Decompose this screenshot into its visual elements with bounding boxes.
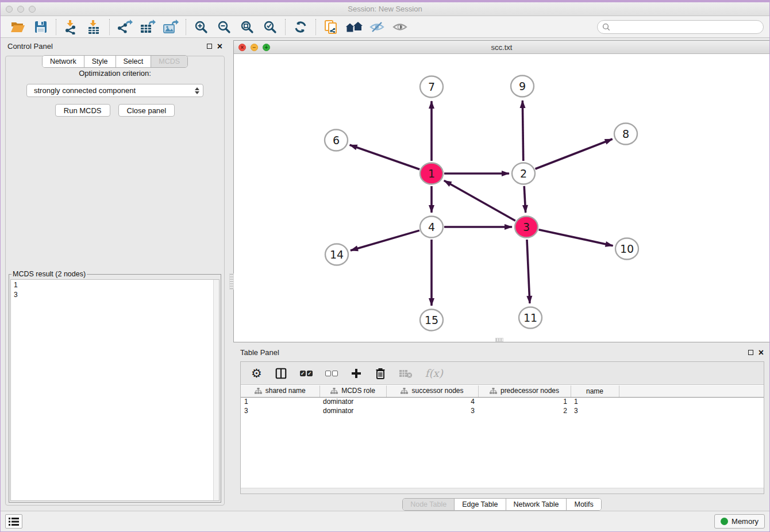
add-icon[interactable]: [351, 368, 362, 379]
edge-2-9[interactable]: [522, 101, 523, 161]
network-minimize-icon[interactable]: −: [251, 44, 258, 51]
export-image-button[interactable]: [159, 18, 182, 36]
hierarchy-icon: [330, 388, 338, 394]
cell-successor-nodes[interactable]: 4: [386, 397, 478, 406]
search-icon: [602, 23, 610, 31]
edge-3-11[interactable]: [527, 240, 530, 303]
cell-predecessor-nodes[interactable]: 1: [478, 397, 571, 406]
cell-name[interactable]: 3: [571, 406, 619, 415]
tab-style[interactable]: Style: [84, 56, 116, 67]
column-header-name[interactable]: name: [571, 385, 619, 397]
mcds-result-group: MCDS result (2 nodes) 1 3: [9, 270, 221, 503]
control-panel: Control Panel × NetworkStyleSelectMCDS O…: [1, 38, 229, 514]
hierarchy-icon: [401, 388, 408, 394]
duplicate-network-icon: [324, 20, 338, 34]
column-header-shared-name[interactable]: shared name: [241, 385, 319, 397]
macos-titlebar: Session: New Session: [1, 2, 769, 16]
search-field[interactable]: [597, 20, 764, 34]
node-label-6: 6: [333, 134, 340, 147]
network-canvas[interactable]: 7968124314101511: [234, 54, 769, 342]
network-window-titlebar[interactable]: scc.txt × − +: [234, 41, 769, 54]
zoom-selected-button[interactable]: [259, 18, 282, 36]
trash-icon[interactable]: [375, 367, 386, 380]
zoom-in-button[interactable]: [190, 18, 213, 36]
tab-edge-table[interactable]: Edge Table: [454, 499, 505, 510]
edge-3-1[interactable]: [444, 180, 515, 221]
export-network-icon: [117, 20, 133, 34]
node-label-2: 2: [520, 167, 527, 180]
tab-network-table[interactable]: Network Table: [506, 499, 567, 510]
task-history-button[interactable]: [5, 514, 22, 529]
node-label-4: 4: [428, 221, 435, 233]
network-view-window: scc.txt × − + 7968124314101511: [233, 40, 770, 342]
edge-1-6[interactable]: [350, 145, 420, 169]
tab-select[interactable]: Select: [116, 56, 151, 67]
import-network-button[interactable]: [60, 18, 83, 36]
cell-name[interactable]: 1: [571, 397, 619, 406]
show-all-button[interactable]: [388, 18, 411, 36]
deselect-all-icon[interactable]: [325, 371, 338, 376]
table-row[interactable]: 1dominator411: [241, 397, 764, 406]
hierarchy-icon: [490, 388, 497, 394]
edge-3-10[interactable]: [538, 230, 613, 246]
edge-2-3[interactable]: [524, 186, 525, 213]
column-header-predecessor-nodes[interactable]: predecessor nodes: [478, 385, 571, 397]
cell-MCDS-role[interactable]: dominator: [319, 397, 386, 406]
optimization-label: Optimization criterion:: [6, 69, 224, 78]
duplicate-network-button[interactable]: [319, 18, 342, 36]
horizontal-splitter-handle[interactable]: [495, 338, 503, 342]
close-panel-icon[interactable]: ×: [217, 44, 222, 49]
optimization-dropdown[interactable]: strongly connected component: [26, 84, 203, 97]
import-table-button[interactable]: [83, 18, 106, 36]
export-table-button[interactable]: [136, 18, 159, 36]
session-title: Session: New Session: [1, 5, 769, 13]
application-window: Session: New Session: [0, 0, 770, 532]
cell-predecessor-nodes[interactable]: 2: [478, 406, 571, 415]
cell-shared-name[interactable]: 1: [241, 397, 319, 406]
zoom-out-button[interactable]: [213, 18, 236, 36]
tab-mcds[interactable]: MCDS: [151, 56, 187, 67]
table-row[interactable]: 3dominator323: [241, 406, 764, 415]
hide-selected-button[interactable]: [365, 18, 388, 36]
run-mcds-button[interactable]: Run MCDS: [55, 104, 110, 117]
node-label-7: 7: [428, 80, 435, 93]
refresh-button[interactable]: [289, 18, 312, 36]
select-all-icon[interactable]: ✓✓: [300, 371, 313, 376]
network-maximize-icon[interactable]: +: [263, 44, 270, 51]
hide-selected-icon: [369, 20, 384, 34]
network-close-icon[interactable]: ×: [238, 44, 246, 51]
refresh-icon: [294, 20, 307, 34]
close-panel-button[interactable]: Close panel: [118, 104, 175, 117]
zoom-selected-icon: [263, 20, 277, 34]
export-network-button[interactable]: [113, 18, 136, 36]
edge-2-8[interactable]: [536, 139, 613, 169]
search-input[interactable]: [613, 22, 763, 32]
node-label-8: 8: [622, 128, 629, 140]
mcds-result-text[interactable]: 1 3: [10, 279, 220, 501]
gear-icon[interactable]: ⚙: [251, 368, 262, 379]
edge-4-14[interactable]: [351, 230, 419, 250]
result-scrollbar[interactable]: [213, 280, 219, 500]
control-panel-tabs: NetworkStyleSelectMCDS: [42, 55, 188, 68]
open-session-button[interactable]: [6, 18, 29, 36]
close-table-panel-icon[interactable]: ×: [759, 350, 764, 355]
vertical-splitter-handle[interactable]: [229, 273, 234, 290]
save-session-button[interactable]: [29, 18, 52, 36]
home-button[interactable]: [342, 18, 365, 36]
memory-button[interactable]: Memory: [714, 514, 765, 529]
cell-successor-nodes[interactable]: 3: [386, 406, 478, 415]
column-header-successor-nodes[interactable]: successor nodes: [386, 385, 478, 397]
toolbar-separator: [109, 19, 110, 35]
column-header-MCDS-role[interactable]: MCDS role: [319, 385, 386, 397]
tab-network[interactable]: Network: [43, 56, 84, 67]
hierarchy-icon: [255, 388, 262, 394]
zoom-fit-button[interactable]: [236, 18, 259, 36]
tab-motifs[interactable]: Motifs: [566, 499, 600, 510]
cell-MCDS-role[interactable]: dominator: [319, 406, 386, 415]
float-panel-icon[interactable]: [207, 44, 212, 49]
float-table-panel-icon[interactable]: [748, 350, 753, 355]
split-column-icon[interactable]: [275, 367, 287, 380]
cell-shared-name[interactable]: 3: [241, 406, 319, 415]
zoom-out-icon: [217, 20, 231, 34]
tab-node-table[interactable]: Node Table: [403, 499, 454, 510]
